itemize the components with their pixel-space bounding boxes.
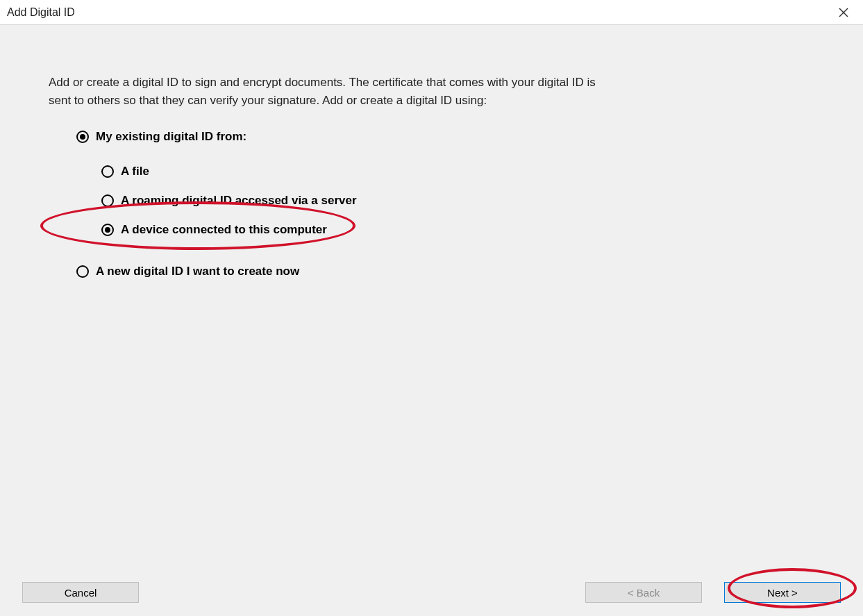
option-create[interactable]: A new digital ID I want to create now [76,265,814,278]
titlebar: Add Digital ID [0,0,863,25]
radio-device[interactable] [101,224,114,236]
dialog-footer: Cancel < Back Next > [0,576,863,609]
radio-create[interactable] [76,265,89,278]
option-server[interactable]: A roaming digital ID accessed via a serv… [101,194,814,208]
intro-text: Add or create a digital ID to sign and e… [49,74,618,110]
nav-buttons: < Back Next > [585,582,841,603]
dialog-content: Add or create a digital ID to sign and e… [0,25,863,616]
radio-file[interactable] [101,165,114,178]
radio-server[interactable] [101,194,114,207]
close-button[interactable] [834,3,853,22]
option-device-label: A device connected to this computer [121,223,327,237]
option-create-label: A new digital ID I want to create now [96,265,299,278]
back-button: < Back [585,582,702,603]
option-file[interactable]: A file [101,165,814,178]
radio-existing[interactable] [76,131,89,143]
next-button[interactable]: Next > [724,582,841,603]
existing-sub-options: A file A roaming digital ID accessed via… [101,165,814,237]
window-title: Add Digital ID [7,6,75,19]
option-existing[interactable]: My existing digital ID from: [76,130,814,144]
option-group: My existing digital ID from: A file A ro… [76,130,814,278]
option-device[interactable]: A device connected to this computer [101,223,814,237]
cancel-button[interactable]: Cancel [22,582,139,603]
close-icon [839,8,848,17]
option-server-label: A roaming digital ID accessed via a serv… [121,194,357,208]
option-file-label: A file [121,165,149,178]
option-existing-label: My existing digital ID from: [96,130,246,144]
